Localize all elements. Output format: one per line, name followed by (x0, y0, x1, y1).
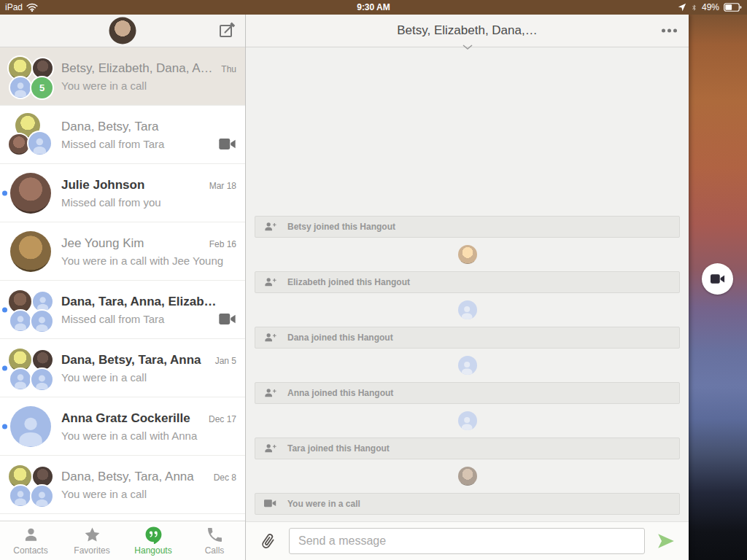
conversation-text: Betsy, Elizabeth, Dana, Anna Thu You wer… (61, 61, 245, 92)
tab-label: Calls (205, 545, 225, 556)
conversation-avatar (9, 230, 53, 273)
conversation-title: Jee Young Kim (61, 236, 204, 251)
location-icon (678, 3, 686, 12)
unread-indicator (2, 365, 7, 370)
generic-avatar (31, 311, 53, 332)
unread-indicator (2, 307, 7, 312)
chat-header: Betsy, Elizabeth, Dana,… (246, 15, 689, 47)
generic-avatar (10, 311, 31, 331)
conversation-text: Dana, Betsy, Tara, Anna Jan 5 You were i… (61, 353, 245, 384)
conversation-subtitle: You were in a call with Jee Young (61, 254, 236, 267)
ios-status-bar: iPad 9:30 AM 49% (0, 0, 747, 15)
system-message-text: Dana joined this Hangout (287, 332, 393, 343)
conversation-text: Anna Gratz Cockerille Dec 17 You were in… (61, 411, 245, 442)
tab-hangouts[interactable]: Hangouts (123, 521, 184, 560)
conversation-subtitle: Missed call from Tara (61, 138, 219, 150)
conversation-timestamp: Feb 16 (209, 239, 236, 249)
conversation-title: Dana, Betsy, Tara, Anna (61, 353, 209, 368)
chevron-down-icon[interactable] (462, 44, 473, 50)
conversation-avatar (9, 113, 53, 157)
tab-label: Hangouts (134, 545, 171, 556)
person-add-icon (264, 388, 276, 399)
conversation-row[interactable]: Dana, Tara, Anna, Elizab… Missed call fr… (0, 281, 245, 339)
contacts-icon (22, 526, 40, 544)
status-right: 49% (678, 2, 742, 12)
generic-avatar (458, 300, 477, 319)
generic-avatar (458, 356, 477, 375)
unread-indicator (2, 424, 7, 429)
conversation-subtitle: You were in a call (61, 488, 236, 500)
generic-avatar (10, 369, 31, 389)
conversation-avatar (9, 288, 53, 332)
chat-title[interactable]: Betsy, Elizabeth, Dana,… (397, 23, 537, 38)
conversation-row[interactable]: Julie Johnson Mar 18 Missed call from yo… (0, 164, 245, 222)
conversation-subtitle: Missed call from Tara (61, 313, 219, 325)
conversation-row[interactable]: Anna Gratz Cockerille Dec 17 You were in… (0, 397, 245, 456)
conversation-text: Julie Johnson Mar 18 Missed call from yo… (61, 178, 245, 209)
system-message-text: Elizabeth joined this Hangout (287, 277, 410, 287)
chat-message-area: Betsy joined this Hangout Elizabeth join… (246, 47, 689, 521)
video-call-icon (219, 138, 236, 150)
conversation-title: Dana, Betsy, Tara, Anna (61, 470, 208, 484)
tab-contacts[interactable]: Contacts (0, 521, 61, 560)
conversation-subtitle: Missed call from you (61, 196, 236, 209)
tab-favorites[interactable]: Favorites (61, 521, 123, 560)
phone-icon (206, 526, 224, 544)
conversation-title: Dana, Betsy, Tara (61, 120, 231, 134)
conversation-subtitle: You were in a call (61, 371, 236, 384)
conversation-timestamp: Thu (221, 64, 236, 74)
photo-avatar (33, 58, 53, 78)
person-add-icon (264, 222, 276, 233)
battery-icon (724, 3, 742, 12)
photo-avatar (10, 231, 51, 272)
tab-label: Contacts (13, 545, 47, 556)
conversation-sidebar: 5 Betsy, Elizabeth, Dana, Anna Thu You w… (0, 15, 246, 560)
generic-avatar (10, 77, 31, 98)
person-add-icon (264, 443, 276, 454)
conversation-row[interactable]: Dana, Betsy, Tara, Anna Dec 8 You were i… (0, 456, 245, 514)
photo-avatar (9, 465, 31, 488)
video-call-button[interactable] (702, 263, 733, 295)
hangouts-icon (144, 526, 163, 544)
conversation-row[interactable]: 5 Betsy, Elizabeth, Dana, Anna Thu You w… (0, 47, 245, 106)
compose-icon[interactable] (218, 22, 236, 39)
photo-avatar (9, 349, 31, 371)
generic-avatar (31, 369, 53, 390)
generic-avatar (33, 292, 53, 311)
clock-label: 9:30 AM (0, 2, 747, 12)
system-message-banner: Elizabeth joined this Hangout (255, 271, 680, 293)
message-composer (246, 521, 689, 560)
user-profile-avatar[interactable] (109, 18, 136, 44)
conversation-avatar (9, 171, 53, 215)
video-camera-icon (711, 273, 725, 284)
conversation-row[interactable]: Jee Young Kim Feb 16 You were in a call … (0, 222, 245, 281)
participant-count-badge: 5 (31, 77, 53, 98)
conversation-avatar: 5 (9, 55, 53, 98)
generic-avatar (28, 132, 51, 155)
system-message-banner: Betsy joined this Hangout (255, 216, 680, 238)
conversation-text: Dana, Betsy, Tara Missed call from Tara (61, 120, 245, 150)
conversation-row[interactable]: Dana, Betsy, Tara, Anna Jan 5 You were i… (0, 339, 245, 397)
conversation-avatar (9, 346, 53, 390)
conversation-title: Betsy, Elizabeth, Dana, Anna (61, 61, 215, 76)
photo-avatar (9, 290, 31, 313)
system-message-text: You were in a call (287, 499, 360, 509)
photo-avatar (33, 350, 53, 370)
system-message-text: Anna joined this Hangout (287, 388, 393, 398)
conversation-text: Dana, Betsy, Tara, Anna Dec 8 You were i… (61, 470, 245, 500)
overflow-menu-icon[interactable] (662, 29, 677, 33)
generic-avatar (458, 411, 477, 430)
photo-avatar (458, 245, 477, 264)
system-message-banner: You were in a call (255, 493, 680, 515)
photo-avatar (9, 134, 29, 155)
person-add-icon (264, 277, 276, 288)
message-input[interactable] (289, 528, 645, 554)
conversation-row[interactable]: Dana, Betsy, Tara Missed call from Tara (0, 106, 245, 164)
attachment-icon[interactable] (255, 529, 281, 554)
conversation-title: Dana, Tara, Anna, Elizab… (61, 295, 231, 309)
photo-avatar (458, 467, 477, 486)
system-message-banner: Dana joined this Hangout (255, 327, 680, 349)
bluetooth-icon (691, 3, 697, 12)
tab-calls[interactable]: Calls (184, 521, 245, 560)
send-icon[interactable] (657, 532, 676, 551)
